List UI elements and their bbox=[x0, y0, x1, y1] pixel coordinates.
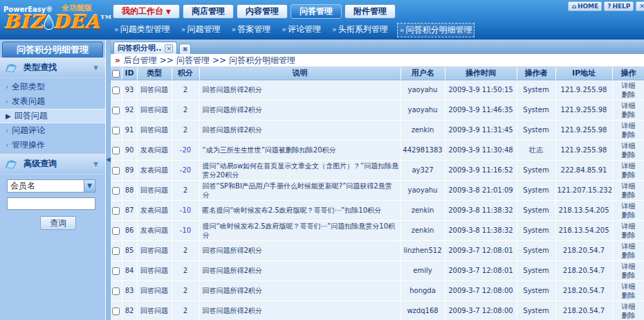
delete-link[interactable]: 删除 bbox=[622, 231, 636, 239]
row-checkbox[interactable] bbox=[112, 187, 120, 195]
sidebar-splitter[interactable]: ◀ bbox=[105, 39, 110, 320]
row-id: 89 bbox=[122, 160, 137, 180]
row-ip: 218.20.54.7 bbox=[555, 281, 612, 301]
tab-list-button[interactable]: ▣ bbox=[179, 44, 191, 54]
row-checkbox-cell bbox=[111, 200, 122, 220]
nav-tab-4[interactable]: 附件管理 bbox=[344, 4, 396, 19]
row-username: ay327 bbox=[401, 160, 445, 180]
table-row: 87发表问题-10匿名提问“啥时候发布2.5政府版呢？哥哥们···”扣除10积分… bbox=[111, 200, 644, 220]
row-checkbox[interactable] bbox=[112, 207, 120, 215]
row-username: zenkin bbox=[401, 200, 445, 220]
advanced-query-header[interactable]: 高级查询 ▼ bbox=[0, 154, 105, 175]
delete-link[interactable]: 删除 bbox=[622, 151, 636, 159]
breadcrumb-part-1[interactable]: 问答管理 bbox=[176, 55, 210, 65]
row-type: 回答问题 bbox=[137, 301, 172, 320]
row-time: 2009-3-9 11:16:52 bbox=[445, 160, 517, 180]
subnav-item-1[interactable]: »问题管理 bbox=[179, 23, 223, 37]
row-checkbox[interactable] bbox=[112, 87, 120, 94]
subnav-label: 问答积分明细管理 bbox=[405, 25, 472, 35]
nav-tab-3[interactable]: 问答管理 bbox=[291, 4, 342, 19]
row-time: 2009-3-7 12:08:01 bbox=[445, 240, 517, 260]
delete-link[interactable]: 删除 bbox=[622, 312, 636, 319]
detail-link[interactable]: 详细 bbox=[622, 162, 636, 170]
sidebar-item-2[interactable]: ▶回答问题 bbox=[0, 109, 105, 123]
detail-link[interactable]: 详细 bbox=[622, 222, 636, 230]
detail-link[interactable]: 详细 bbox=[622, 142, 636, 150]
table-row: 82回答问题2回答问题所得2积分wzdq1682009-3-7 12:08:00… bbox=[111, 301, 644, 320]
row-checkbox[interactable] bbox=[112, 107, 120, 114]
delete-link[interactable]: 删除 bbox=[622, 131, 636, 139]
row-checkbox[interactable] bbox=[112, 247, 120, 255]
delete-link[interactable]: 删除 bbox=[622, 211, 636, 219]
row-operator: System bbox=[517, 260, 555, 281]
breadcrumb-part-0[interactable]: 后台管理 bbox=[124, 55, 157, 65]
detail-link[interactable]: 详细 bbox=[622, 82, 636, 89]
sidebar-item-4[interactable]: ›管理操作 bbox=[0, 138, 105, 152]
breadcrumb-marker-icon: » bbox=[115, 55, 120, 65]
nav-tab-0[interactable]: 我的工作台▼ bbox=[113, 4, 180, 19]
detail-link[interactable]: 详细 bbox=[622, 102, 636, 109]
delete-link[interactable]: 删除 bbox=[622, 171, 636, 179]
row-checkbox-cell bbox=[111, 120, 122, 140]
sidebar-item-label: 问题评论 bbox=[12, 125, 45, 136]
nav-tab-2[interactable]: 内容管理 bbox=[237, 4, 288, 19]
row-operator: System bbox=[517, 220, 555, 240]
subnav-item-0[interactable]: »问题类型管理 bbox=[112, 23, 172, 37]
row-ip: 121.9.255.98 bbox=[555, 120, 612, 140]
row-checkbox[interactable] bbox=[112, 147, 120, 154]
member-field-select[interactable]: 会员名 ▼ bbox=[7, 179, 95, 193]
chevron-right-icon: › bbox=[6, 83, 8, 91]
row-description: 回答问题所得2积分 bbox=[199, 120, 401, 140]
tab-close-icon[interactable]: × bbox=[165, 44, 173, 53]
row-score: 2 bbox=[172, 80, 199, 100]
row-operator: System bbox=[517, 301, 555, 320]
delete-link[interactable]: 删除 bbox=[622, 191, 636, 199]
utility-buttons: ⌂HOME?HELP✕ bbox=[568, 1, 644, 11]
subnav-item-3[interactable]: »评论管理 bbox=[279, 23, 323, 37]
row-checkbox[interactable] bbox=[112, 308, 120, 315]
row-type: 回答问题 bbox=[137, 100, 172, 120]
delete-link[interactable]: 删除 bbox=[622, 251, 636, 259]
sidebar-item-0[interactable]: ›全部类型 bbox=[0, 80, 105, 94]
delete-link[interactable]: 删除 bbox=[622, 111, 636, 118]
row-checkbox[interactable] bbox=[112, 267, 120, 275]
nav-tab-1[interactable]: 商店管理 bbox=[183, 4, 234, 19]
subnav-item-2[interactable]: »答案管理 bbox=[229, 23, 273, 37]
app-window: PowerEasy® 全功能版 BIZDEATM 我的工作台▼商店管理内容管理问… bbox=[0, 0, 644, 320]
member-query-input[interactable] bbox=[7, 197, 95, 210]
row-checkbox[interactable] bbox=[112, 287, 120, 295]
util-button-close[interactable]: ✕ bbox=[636, 1, 644, 11]
delete-link[interactable]: 删除 bbox=[622, 91, 636, 98]
column-header-0: ID bbox=[122, 67, 137, 80]
row-checkbox-cell bbox=[111, 100, 122, 120]
detail-link[interactable]: 详细 bbox=[622, 283, 636, 290]
type-search-header[interactable]: 类型查找 ▼ bbox=[0, 57, 105, 78]
query-button[interactable]: 查询 bbox=[40, 216, 76, 230]
util-button-help[interactable]: ?HELP bbox=[604, 1, 634, 11]
util-button-home[interactable]: ⌂HOME bbox=[568, 1, 602, 11]
subnav-item-4[interactable]: »头衔系列管理 bbox=[330, 23, 390, 37]
detail-link[interactable]: 详细 bbox=[622, 122, 636, 130]
row-time: 2009-3-8 11:38:32 bbox=[445, 220, 517, 240]
row-operator: System bbox=[517, 100, 555, 120]
detail-link[interactable]: 详细 bbox=[622, 242, 636, 250]
row-checkbox[interactable] bbox=[112, 167, 120, 175]
select-all-checkbox[interactable] bbox=[112, 70, 120, 78]
detail-link[interactable]: 详细 bbox=[622, 263, 636, 270]
delete-link[interactable]: 删除 bbox=[622, 272, 636, 279]
row-checkbox[interactable] bbox=[112, 127, 120, 134]
breadcrumb-separator: >> bbox=[160, 55, 174, 65]
doc-tab[interactable]: 问答积分明.. × bbox=[113, 42, 177, 54]
detail-link[interactable]: 详细 bbox=[622, 303, 636, 310]
subnav-item-5[interactable]: »问答积分明细管理 bbox=[397, 23, 475, 37]
detail-link[interactable]: 详细 bbox=[622, 182, 636, 190]
detail-link[interactable]: 详细 bbox=[622, 202, 636, 210]
sidebar-item-1[interactable]: ›发表问题 bbox=[0, 94, 105, 109]
breadcrumb-part-2[interactable]: 问答积分明细管理 bbox=[229, 55, 295, 65]
sidebar-item-3[interactable]: ›问题评论 bbox=[0, 123, 105, 138]
nav-tab-label: 我的工作台 bbox=[122, 6, 163, 17]
delete-link[interactable]: 删除 bbox=[622, 292, 636, 299]
main-nav: 我的工作台▼商店管理内容管理问答管理附件管理 bbox=[113, 4, 396, 19]
advanced-query-section: 高级查询 ▼ 会员名 ▼ 查询 bbox=[0, 154, 105, 235]
row-checkbox[interactable] bbox=[112, 227, 120, 235]
